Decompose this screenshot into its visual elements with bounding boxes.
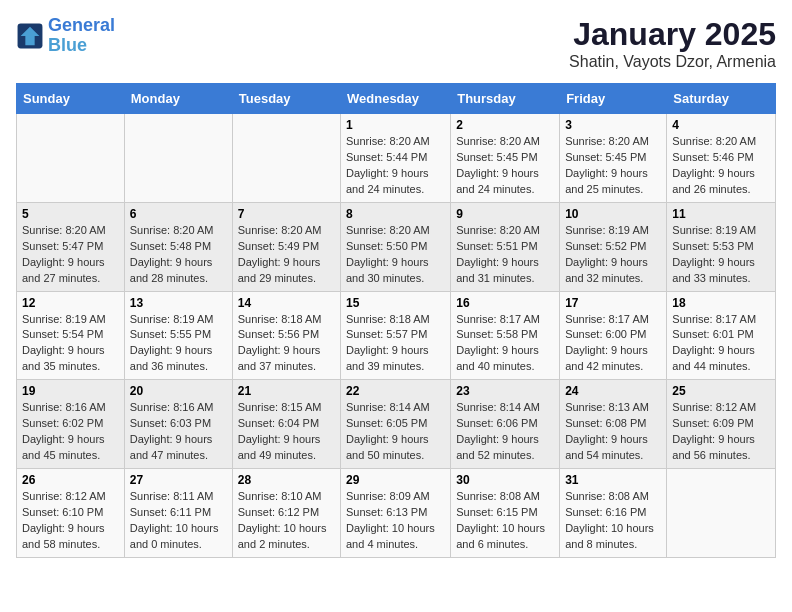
day-number: 19 — [22, 384, 119, 398]
calendar-cell: 21Sunrise: 8:15 AMSunset: 6:04 PMDayligh… — [232, 380, 340, 469]
calendar-cell: 26Sunrise: 8:12 AMSunset: 6:10 PMDayligh… — [17, 469, 125, 558]
day-detail: Sunrise: 8:17 AMSunset: 5:58 PMDaylight:… — [456, 312, 554, 376]
day-number: 24 — [565, 384, 661, 398]
calendar-cell — [124, 114, 232, 203]
calendar-cell: 11Sunrise: 8:19 AMSunset: 5:53 PMDayligh… — [667, 202, 776, 291]
day-detail: Sunrise: 8:20 AMSunset: 5:44 PMDaylight:… — [346, 134, 445, 198]
calendar-cell: 24Sunrise: 8:13 AMSunset: 6:08 PMDayligh… — [560, 380, 667, 469]
col-thursday: Thursday — [451, 84, 560, 114]
col-friday: Friday — [560, 84, 667, 114]
day-number: 22 — [346, 384, 445, 398]
day-detail: Sunrise: 8:19 AMSunset: 5:54 PMDaylight:… — [22, 312, 119, 376]
calendar-cell: 17Sunrise: 8:17 AMSunset: 6:00 PMDayligh… — [560, 291, 667, 380]
day-number: 2 — [456, 118, 554, 132]
day-detail: Sunrise: 8:09 AMSunset: 6:13 PMDaylight:… — [346, 489, 445, 553]
day-number: 12 — [22, 296, 119, 310]
calendar-cell: 4Sunrise: 8:20 AMSunset: 5:46 PMDaylight… — [667, 114, 776, 203]
day-number: 16 — [456, 296, 554, 310]
day-number: 27 — [130, 473, 227, 487]
day-detail: Sunrise: 8:20 AMSunset: 5:45 PMDaylight:… — [456, 134, 554, 198]
day-number: 8 — [346, 207, 445, 221]
calendar-cell: 31Sunrise: 8:08 AMSunset: 6:16 PMDayligh… — [560, 469, 667, 558]
day-number: 9 — [456, 207, 554, 221]
calendar-cell: 20Sunrise: 8:16 AMSunset: 6:03 PMDayligh… — [124, 380, 232, 469]
day-detail: Sunrise: 8:16 AMSunset: 6:02 PMDaylight:… — [22, 400, 119, 464]
day-number: 25 — [672, 384, 770, 398]
day-detail: Sunrise: 8:20 AMSunset: 5:47 PMDaylight:… — [22, 223, 119, 287]
day-number: 1 — [346, 118, 445, 132]
day-number: 31 — [565, 473, 661, 487]
day-detail: Sunrise: 8:16 AMSunset: 6:03 PMDaylight:… — [130, 400, 227, 464]
calendar-cell: 16Sunrise: 8:17 AMSunset: 5:58 PMDayligh… — [451, 291, 560, 380]
calendar-table: Sunday Monday Tuesday Wednesday Thursday… — [16, 83, 776, 558]
calendar-cell: 7Sunrise: 8:20 AMSunset: 5:49 PMDaylight… — [232, 202, 340, 291]
week-row-2: 12Sunrise: 8:19 AMSunset: 5:54 PMDayligh… — [17, 291, 776, 380]
day-number: 15 — [346, 296, 445, 310]
calendar-cell: 10Sunrise: 8:19 AMSunset: 5:52 PMDayligh… — [560, 202, 667, 291]
calendar-cell: 6Sunrise: 8:20 AMSunset: 5:48 PMDaylight… — [124, 202, 232, 291]
day-number: 17 — [565, 296, 661, 310]
col-monday: Monday — [124, 84, 232, 114]
calendar-subtitle: Shatin, Vayots Dzor, Armenia — [569, 53, 776, 71]
day-number: 26 — [22, 473, 119, 487]
col-sunday: Sunday — [17, 84, 125, 114]
day-number: 14 — [238, 296, 335, 310]
day-detail: Sunrise: 8:20 AMSunset: 5:45 PMDaylight:… — [565, 134, 661, 198]
title-block: January 2025 Shatin, Vayots Dzor, Armeni… — [569, 16, 776, 71]
calendar-title: January 2025 — [569, 16, 776, 53]
logo-line2: Blue — [48, 35, 87, 55]
day-detail: Sunrise: 8:15 AMSunset: 6:04 PMDaylight:… — [238, 400, 335, 464]
day-number: 5 — [22, 207, 119, 221]
day-detail: Sunrise: 8:14 AMSunset: 6:06 PMDaylight:… — [456, 400, 554, 464]
calendar-cell: 18Sunrise: 8:17 AMSunset: 6:01 PMDayligh… — [667, 291, 776, 380]
day-detail: Sunrise: 8:17 AMSunset: 6:00 PMDaylight:… — [565, 312, 661, 376]
page-header: General Blue January 2025 Shatin, Vayots… — [16, 16, 776, 71]
week-row-3: 19Sunrise: 8:16 AMSunset: 6:02 PMDayligh… — [17, 380, 776, 469]
day-number: 3 — [565, 118, 661, 132]
calendar-cell — [232, 114, 340, 203]
day-detail: Sunrise: 8:14 AMSunset: 6:05 PMDaylight:… — [346, 400, 445, 464]
calendar-cell: 1Sunrise: 8:20 AMSunset: 5:44 PMDaylight… — [341, 114, 451, 203]
day-number: 6 — [130, 207, 227, 221]
day-number: 20 — [130, 384, 227, 398]
day-detail: Sunrise: 8:08 AMSunset: 6:15 PMDaylight:… — [456, 489, 554, 553]
day-number: 30 — [456, 473, 554, 487]
logo-icon — [16, 22, 44, 50]
calendar-body: 1Sunrise: 8:20 AMSunset: 5:44 PMDaylight… — [17, 114, 776, 558]
logo-line1: General — [48, 15, 115, 35]
calendar-cell: 25Sunrise: 8:12 AMSunset: 6:09 PMDayligh… — [667, 380, 776, 469]
calendar-cell: 30Sunrise: 8:08 AMSunset: 6:15 PMDayligh… — [451, 469, 560, 558]
day-number: 23 — [456, 384, 554, 398]
calendar-cell: 29Sunrise: 8:09 AMSunset: 6:13 PMDayligh… — [341, 469, 451, 558]
day-detail: Sunrise: 8:10 AMSunset: 6:12 PMDaylight:… — [238, 489, 335, 553]
day-detail: Sunrise: 8:08 AMSunset: 6:16 PMDaylight:… — [565, 489, 661, 553]
day-detail: Sunrise: 8:18 AMSunset: 5:57 PMDaylight:… — [346, 312, 445, 376]
day-number: 28 — [238, 473, 335, 487]
calendar-cell: 23Sunrise: 8:14 AMSunset: 6:06 PMDayligh… — [451, 380, 560, 469]
day-number: 11 — [672, 207, 770, 221]
day-detail: Sunrise: 8:20 AMSunset: 5:51 PMDaylight:… — [456, 223, 554, 287]
day-number: 21 — [238, 384, 335, 398]
day-detail: Sunrise: 8:20 AMSunset: 5:49 PMDaylight:… — [238, 223, 335, 287]
day-number: 10 — [565, 207, 661, 221]
week-row-4: 26Sunrise: 8:12 AMSunset: 6:10 PMDayligh… — [17, 469, 776, 558]
day-detail: Sunrise: 8:19 AMSunset: 5:52 PMDaylight:… — [565, 223, 661, 287]
calendar-cell: 12Sunrise: 8:19 AMSunset: 5:54 PMDayligh… — [17, 291, 125, 380]
logo-text: General Blue — [48, 16, 115, 56]
calendar-cell: 22Sunrise: 8:14 AMSunset: 6:05 PMDayligh… — [341, 380, 451, 469]
day-detail: Sunrise: 8:17 AMSunset: 6:01 PMDaylight:… — [672, 312, 770, 376]
col-saturday: Saturday — [667, 84, 776, 114]
day-detail: Sunrise: 8:20 AMSunset: 5:48 PMDaylight:… — [130, 223, 227, 287]
day-detail: Sunrise: 8:20 AMSunset: 5:46 PMDaylight:… — [672, 134, 770, 198]
calendar-cell: 9Sunrise: 8:20 AMSunset: 5:51 PMDaylight… — [451, 202, 560, 291]
day-detail: Sunrise: 8:13 AMSunset: 6:08 PMDaylight:… — [565, 400, 661, 464]
day-detail: Sunrise: 8:18 AMSunset: 5:56 PMDaylight:… — [238, 312, 335, 376]
calendar-cell: 28Sunrise: 8:10 AMSunset: 6:12 PMDayligh… — [232, 469, 340, 558]
calendar-cell: 13Sunrise: 8:19 AMSunset: 5:55 PMDayligh… — [124, 291, 232, 380]
day-number: 7 — [238, 207, 335, 221]
day-detail: Sunrise: 8:19 AMSunset: 5:53 PMDaylight:… — [672, 223, 770, 287]
day-detail: Sunrise: 8:12 AMSunset: 6:10 PMDaylight:… — [22, 489, 119, 553]
day-detail: Sunrise: 8:11 AMSunset: 6:11 PMDaylight:… — [130, 489, 227, 553]
calendar-cell: 8Sunrise: 8:20 AMSunset: 5:50 PMDaylight… — [341, 202, 451, 291]
day-number: 13 — [130, 296, 227, 310]
